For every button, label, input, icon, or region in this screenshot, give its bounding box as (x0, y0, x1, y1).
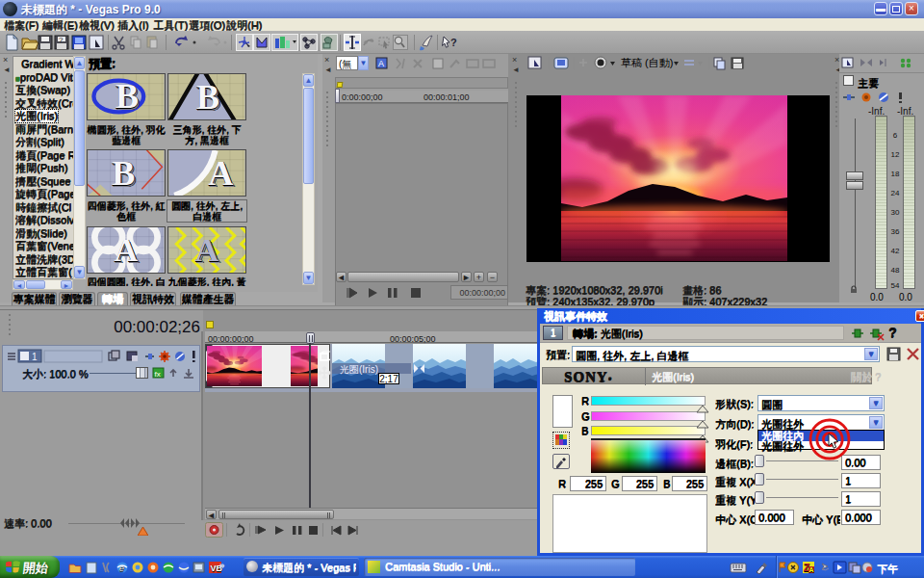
svg-text:B: B (196, 78, 219, 117)
svg-text:A: A (195, 231, 219, 268)
svg-text:A: A (809, 566, 814, 573)
svg-text:A: A (115, 231, 139, 268)
svg-text:fx: fx (155, 370, 161, 379)
svg-text:A: A (208, 154, 234, 193)
svg-text:B: B (116, 77, 139, 116)
svg-text:B: B (112, 154, 135, 193)
svg-text:1: 1 (32, 352, 38, 362)
svg-text:草稿 (自動): 草稿 (自動) (621, 57, 673, 68)
svg-text:e: e (119, 564, 124, 573)
svg-text:?: ? (59, 36, 64, 44)
svg-text:?: ? (450, 37, 457, 48)
svg-text:A: A (378, 59, 384, 68)
